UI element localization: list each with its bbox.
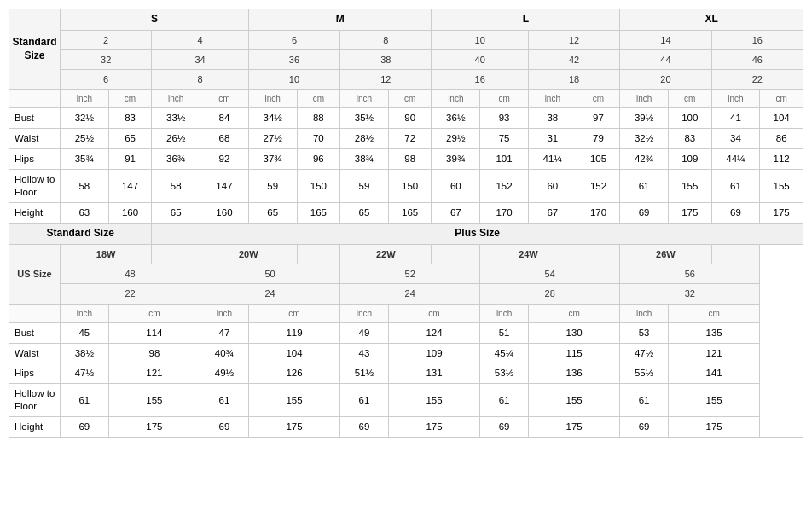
plus-hollow-20w-cm: 155	[248, 384, 339, 417]
bust-xl1-inch: 39½	[620, 108, 669, 129]
hips-xl1-inch: 42¾	[620, 149, 669, 170]
hips-s2-cm: 92	[200, 149, 249, 170]
hollow-row-plus: Hollow to Floor 61 155 61 155 61 155 61 …	[9, 384, 803, 417]
bust-l2-cm: 97	[577, 108, 620, 129]
hips-l1-inch: 39¾	[432, 149, 480, 170]
bust-m1-cm: 88	[297, 108, 340, 129]
unit-cm-4: cm	[388, 90, 432, 108]
standard-size-label: StandardSize	[9, 9, 61, 90]
waist-s1-inch: 25½	[61, 129, 109, 149]
plus-hips-20w-cm: 126	[248, 363, 339, 384]
height-xl2-inch: 69	[711, 203, 760, 224]
spacer1	[152, 244, 200, 264]
us-s2: 4	[152, 30, 249, 49]
waist-xl1-cm: 83	[669, 129, 712, 149]
eu-xl1: 44	[620, 49, 711, 69]
plus-hips-20w-inch: 49½	[200, 363, 249, 384]
bust-xl2-inch: 41	[711, 108, 760, 129]
l-header: L	[432, 9, 620, 31]
plus-height-18w-cm: 175	[108, 417, 200, 438]
hollow-s1-cm: 147	[108, 170, 152, 203]
height-m1-inch: 65	[248, 203, 297, 224]
hips-m2-cm: 98	[388, 149, 432, 170]
plus-height-22w-cm: 175	[388, 417, 479, 438]
uk-s1: 6	[61, 70, 152, 90]
eu-m1: 36	[248, 49, 339, 69]
bust-l1-inch: 36½	[432, 108, 480, 129]
unit-inch-6: inch	[528, 90, 577, 108]
waist-l1-inch: 29½	[432, 129, 480, 149]
unit-cm-2: cm	[200, 90, 249, 108]
plus-bust-26w-inch: 53	[620, 322, 669, 343]
plus-eu-size-row: 48 50 52 54 56	[9, 264, 803, 284]
plus-uk-size-row: 22 24 24 28 32	[9, 284, 803, 304]
plus-unit-cm-2: cm	[248, 304, 339, 322]
plus-unit-label	[9, 304, 61, 322]
waist-s2-cm: 68	[200, 129, 249, 149]
spacer2	[297, 244, 340, 264]
unit-cm-8: cm	[760, 90, 803, 108]
plus-waist-18w-cm: 98	[108, 343, 200, 363]
plus-eu-52: 52	[340, 264, 480, 284]
plus-waist-18w-inch: 38½	[61, 343, 109, 363]
hips-row-plus: Hips 47½ 121 49½ 126 51½ 131 53½ 136 55½…	[9, 363, 803, 384]
plus-eu-56: 56	[620, 264, 760, 284]
plus-height-26w-cm: 175	[669, 417, 760, 438]
plus-size-divider: Standard Size Plus Size	[9, 224, 803, 245]
eu-xl2: 46	[711, 49, 803, 69]
plus-size-div-label: Plus Size	[152, 224, 803, 245]
height-xl2-cm: 175	[760, 203, 803, 224]
plus-hollow-18w-cm: 155	[108, 384, 200, 417]
unit-inch-2: inch	[152, 90, 200, 108]
us-l2: 12	[528, 30, 619, 49]
us-m2: 8	[340, 30, 432, 49]
unit-inch-3: inch	[248, 90, 297, 108]
plus-height-24w-cm: 175	[528, 417, 619, 438]
bust-s1-cm: 83	[108, 108, 152, 129]
plus-height-26w-inch: 69	[620, 417, 669, 438]
eu-s1: 32	[61, 49, 152, 69]
uk-xl1: 20	[620, 70, 711, 90]
bust-s2-inch: 33½	[152, 108, 200, 129]
plus-us-20w: 20W	[200, 244, 298, 264]
hips-l1-cm: 101	[480, 149, 529, 170]
bust-label-plus: Bust	[9, 322, 61, 343]
plus-unit-inch-1: inch	[61, 304, 109, 322]
hollow-s2-inch: 58	[152, 170, 200, 203]
hips-s2-inch: 36¾	[152, 149, 200, 170]
plus-height-18w-inch: 69	[61, 417, 109, 438]
unit-cm-3: cm	[297, 90, 340, 108]
hollow-l2-inch: 60	[528, 170, 577, 203]
hollow-l1-inch: 60	[432, 170, 480, 203]
plus-hips-22w-cm: 131	[388, 363, 479, 384]
height-m2-cm: 165	[388, 203, 432, 224]
plus-us-label: US Size	[9, 244, 61, 304]
waist-label-plus: Waist	[9, 343, 61, 363]
uk-l1: 16	[432, 70, 529, 90]
height-m1-cm: 165	[297, 203, 340, 224]
plus-us-size-row: US Size 18W 20W 22W 24W 26W	[9, 244, 803, 264]
bust-l2-inch: 38	[528, 108, 577, 129]
eu-l1: 40	[432, 49, 529, 69]
waist-s2-inch: 26½	[152, 129, 200, 149]
bust-row-plus: Bust 45 114 47 119 49 124 51 130 53 135	[9, 322, 803, 343]
plus-hollow-18w-inch: 61	[61, 384, 109, 417]
eu-m2: 38	[340, 49, 432, 69]
waist-label-std: Waist	[9, 129, 61, 149]
spacer4	[577, 244, 620, 264]
waist-l2-cm: 79	[577, 129, 620, 149]
plus-waist-24w-cm: 115	[528, 343, 619, 363]
waist-xl1-inch: 32½	[620, 129, 669, 149]
plus-height-22w-inch: 69	[340, 417, 389, 438]
plus-eu-48: 48	[61, 264, 200, 284]
s-header: S	[61, 9, 249, 31]
plus-hollow-24w-cm: 155	[528, 384, 619, 417]
plus-height-20w-cm: 175	[248, 417, 339, 438]
eu-s2: 34	[152, 49, 249, 69]
height-label-plus: Height	[9, 417, 61, 438]
plus-us-18w: 18W	[61, 244, 152, 264]
hollow-s1-inch: 58	[61, 170, 109, 203]
waist-l2-inch: 31	[528, 129, 577, 149]
uk-size-row: 6 8 10 12 16 18 20 22	[9, 70, 803, 90]
spacer3	[432, 244, 480, 264]
